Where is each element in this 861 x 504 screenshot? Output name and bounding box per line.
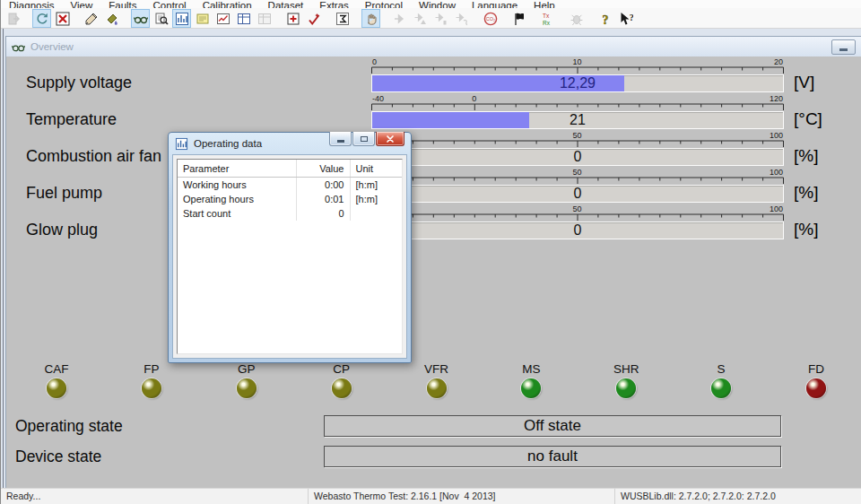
add-fault-icon[interactable] [283, 9, 302, 28]
dialog-maximize-button[interactable] [352, 132, 375, 146]
gauge-label: Glow plug [26, 221, 98, 239]
mdi-workspace: Overview Supply voltage 0 10 2012,29[V]T… [1, 29, 861, 489]
flag-icon[interactable] [509, 9, 528, 28]
dataset-table-icon[interactable] [234, 9, 253, 28]
gauge-scale: 0 50 100 [371, 167, 784, 185]
gauge-bar: 12,29 [371, 74, 784, 92]
exit-icon[interactable] [4, 9, 22, 28]
notes-icon[interactable] [193, 9, 212, 28]
disconnect-icon[interactable] [53, 9, 72, 28]
svg-text:0: 0 [472, 94, 476, 103]
svg-text:50: 50 [572, 131, 581, 140]
toolbar: CO₂TxRx?? [1, 8, 861, 29]
indicator-led-ms [521, 378, 541, 398]
overview-titlebar[interactable]: Overview [6, 37, 861, 57]
cell-value: 0:00 [296, 178, 350, 193]
dialog-body: Parameter Value Unit Working hours0:00[h… [172, 154, 407, 359]
svg-text:0: 0 [372, 57, 377, 66]
step-cycle-icon[interactable] [452, 9, 471, 28]
menu-faults[interactable]: Faults [100, 0, 144, 8]
svg-text:50: 50 [572, 204, 581, 213]
statusbar-divider [308, 489, 309, 504]
gauge-label: Combustion air fan [26, 147, 161, 166]
menu-extras[interactable]: Extras [311, 0, 357, 8]
dialog-close-button[interactable] [376, 132, 404, 146]
svg-text:Rx: Rx [543, 19, 551, 25]
svg-text:CO₂: CO₂ [485, 16, 494, 22]
edit-icon[interactable] [82, 9, 100, 28]
overview-minimize-button[interactable] [831, 39, 856, 55]
search-report-icon[interactable] [152, 9, 170, 28]
state-value: no fault [324, 446, 781, 467]
menu-language[interactable]: Language [464, 0, 526, 8]
dataset-view-icon[interactable] [255, 9, 274, 28]
diagnosis-glasses-icon[interactable] [131, 9, 150, 28]
gauge-bar: 0 [371, 222, 784, 239]
close-icon [386, 135, 395, 143]
gauge-bar: 0 [371, 148, 784, 166]
gauge-unit: [%] [794, 220, 818, 239]
step-single-icon[interactable] [431, 9, 450, 28]
gauge-unit: [°C] [794, 109, 822, 129]
fill-icon[interactable] [102, 9, 121, 28]
sum-icon[interactable] [333, 9, 352, 28]
indicator-led-gp [237, 378, 257, 398]
hand-control-icon[interactable] [361, 9, 380, 28]
state-label: Operating state [15, 417, 123, 436]
gauge-value: 12,29 [372, 75, 783, 91]
menu-view[interactable]: View [63, 0, 101, 8]
context-help-icon[interactable]: ? [616, 9, 635, 28]
svg-text:120: 120 [770, 94, 783, 103]
menu-bar: DiagnosisViewFaultsControlCalibrationDat… [1, 0, 861, 8]
menu-help[interactable]: Help [526, 0, 563, 8]
refresh-icon[interactable] [32, 9, 51, 28]
cell-unit: [h:m] [350, 192, 402, 206]
gauge-bar: 21 [371, 111, 784, 129]
dialog-window-buttons [329, 132, 404, 146]
co2-icon[interactable]: CO₂ [481, 9, 500, 28]
tx-rx-icon[interactable]: TxRx [538, 9, 557, 28]
dialog-minimize-button[interactable] [329, 132, 352, 146]
menu-diagnosis[interactable]: Diagnosis [1, 0, 63, 8]
svg-text:50: 50 [572, 168, 581, 177]
step-forward-icon[interactable] [390, 9, 409, 28]
indicator-led-cp [332, 378, 352, 398]
minimize-icon [337, 140, 344, 143]
cell-parameter: Working hours [178, 178, 296, 193]
application-window: DiagnosisViewFaultsControlCalibrationDat… [0, 0, 861, 504]
indicator-led-fp [142, 378, 161, 398]
overview-content: Supply voltage 0 10 2012,29[V]Temperatur… [6, 56, 861, 488]
gauge-value: 21 [372, 112, 783, 128]
column-header-value: Value [296, 160, 350, 178]
svg-text:10: 10 [572, 57, 581, 66]
svg-text:-40: -40 [372, 94, 384, 103]
svg-text:100: 100 [770, 131, 783, 140]
gauge-scale: 0 10 20 [371, 56, 784, 74]
gauge-unit: [%] [794, 146, 818, 166]
indicator-led-fd [806, 378, 826, 398]
step-tree-icon[interactable] [411, 9, 430, 28]
maximize-icon [361, 136, 368, 142]
menu-protocol[interactable]: Protocol [357, 0, 411, 8]
menu-calibration[interactable]: Calibration [195, 0, 260, 8]
menu-window[interactable]: Window [411, 0, 464, 8]
svg-text:100: 100 [770, 204, 783, 213]
status-library: WUSBLib.dll: 2.7.2.0; 2.7.2.0: 2.7.2.0 [621, 491, 776, 501]
debug-icon[interactable] [567, 9, 586, 28]
menu-control[interactable]: Control [145, 0, 195, 8]
menu-dataset[interactable]: Dataset [260, 0, 312, 8]
gauge-value: 0 [372, 186, 783, 202]
indicator-led-shr [616, 378, 636, 398]
gauge-label: Temperature [26, 110, 117, 129]
indicator-label-vfr: VFR [401, 362, 473, 376]
trend-icon[interactable] [213, 9, 232, 28]
overview-window: Overview Supply voltage 0 10 2012,29[V]T… [5, 36, 861, 489]
operating-data-icon[interactable] [172, 9, 191, 28]
operating-data-icon [175, 137, 188, 151]
minimize-icon [839, 48, 848, 51]
cell-unit [350, 206, 402, 221]
cell-parameter: Operating hours [178, 192, 296, 206]
gauge-scale: -40 0 120 [371, 93, 784, 111]
fault-check-icon[interactable] [304, 9, 323, 28]
help-icon[interactable]: ? [596, 9, 614, 28]
